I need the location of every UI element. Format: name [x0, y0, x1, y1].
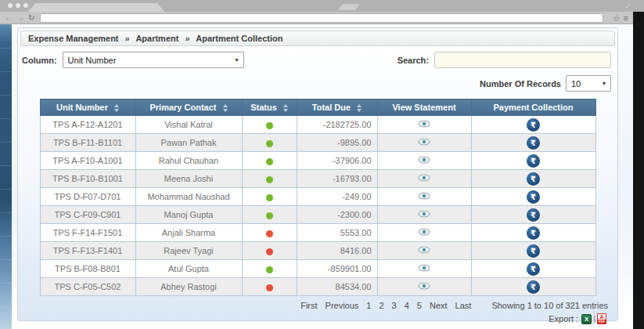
pagination-link[interactable]: Next	[430, 301, 448, 310]
sort-icon[interactable]	[223, 104, 228, 112]
pagination-bar: FirstPrevious12345NextLast Showing 1 to …	[18, 301, 608, 310]
status-dot-icon	[266, 176, 273, 183]
records-select[interactable]: 10 ▾	[566, 75, 611, 92]
table-body: TPS A-F12-A1201 Vishal Katral -2182725.0…	[40, 116, 595, 296]
rupee-icon[interactable]: ₹	[527, 172, 540, 186]
back-icon[interactable]: ←	[5, 13, 13, 24]
filter-controls: Column: Unit Number ▾ Search:	[22, 52, 611, 68]
primary-contact-cell: Atul Gupta	[135, 260, 242, 278]
primary-contact-cell: Pawan Pathak	[135, 134, 242, 152]
url-bar[interactable]	[40, 13, 603, 23]
header-label: View Statement	[392, 103, 455, 112]
header-total-due[interactable]: Total Due	[297, 99, 377, 116]
eye-icon[interactable]	[418, 264, 430, 272]
eye-icon[interactable]	[418, 246, 430, 254]
window-dot-icon[interactable]	[23, 3, 28, 8]
header-label: Unit Number	[56, 103, 108, 112]
status-cell	[242, 152, 297, 170]
pagination-link[interactable]: Previous	[326, 301, 359, 310]
pdf-export-icon[interactable]: A PDF	[597, 313, 606, 324]
eye-icon[interactable]	[418, 138, 430, 146]
table-row: TPS F-F14-F1501 Anjali Sharma 5553.00 ₹	[40, 224, 595, 242]
search-input[interactable]	[434, 52, 611, 68]
total-due-cell: 84534.00	[297, 278, 377, 296]
column-select[interactable]: Unit Number ▾	[63, 52, 244, 68]
payment-collection-cell: ₹	[471, 116, 595, 134]
rupee-icon[interactable]: ₹	[527, 190, 540, 204]
status-cell	[242, 260, 297, 278]
browser-tab[interactable]	[28, 3, 164, 12]
primary-contact-cell: Manoj Gupta	[135, 206, 242, 224]
sort-icon[interactable]	[114, 104, 119, 112]
eye-icon[interactable]	[418, 174, 430, 182]
pagination-link[interactable]: 5	[417, 301, 422, 310]
breadcrumb-item[interactable]: Expense Management	[28, 34, 119, 43]
header-payment-collection: Payment Collection	[471, 99, 595, 116]
sort-icon[interactable]	[283, 104, 288, 112]
search-label: Search:	[398, 56, 429, 65]
menu-icon[interactable]: ≡	[624, 13, 628, 24]
pagination-link[interactable]: 3	[392, 301, 397, 310]
rupee-icon[interactable]: ₹	[527, 136, 540, 150]
pagination-link[interactable]: Last	[455, 301, 472, 310]
total-due-cell: -859901.00	[297, 260, 377, 278]
window-dot-icon[interactable]	[8, 3, 13, 8]
primary-contact-cell: Anjali Sharma	[135, 224, 242, 242]
eye-icon[interactable]	[418, 192, 430, 200]
unit-number-cell: TPS D-F07-D701	[40, 188, 135, 206]
eye-icon[interactable]	[418, 120, 430, 128]
excel-export-icon[interactable]: X	[581, 314, 592, 324]
rupee-icon[interactable]: ₹	[527, 154, 540, 168]
export-row: Export : X | A PDF	[18, 313, 617, 324]
chevron-down-icon: ▾	[236, 56, 239, 63]
payment-collection-cell: ₹	[471, 206, 595, 224]
rupee-icon[interactable]: ₹	[527, 280, 540, 294]
pagination-link[interactable]: 1	[366, 301, 371, 310]
status-cell	[242, 134, 297, 152]
view-statement-cell	[377, 134, 471, 152]
new-tab-button[interactable]	[338, 4, 360, 10]
primary-contact-cell: Vishal Katral	[135, 116, 242, 134]
pagination-link[interactable]: First	[300, 301, 317, 310]
rupee-icon[interactable]: ₹	[527, 118, 540, 132]
unit-number-cell: TPS F-F13-F1401	[40, 242, 135, 260]
eye-icon[interactable]	[418, 228, 430, 236]
header-status[interactable]: Status	[242, 99, 297, 116]
header-primary-contact[interactable]: Primary Contact	[135, 99, 242, 116]
rupee-icon[interactable]: ₹	[527, 244, 540, 258]
rupee-icon[interactable]: ₹	[527, 226, 540, 240]
table-header-row: Unit Number Primary Contact Status Total…	[40, 99, 595, 116]
reload-icon[interactable]: ↻	[28, 13, 34, 24]
header-unit-number[interactable]: Unit Number	[40, 99, 135, 116]
primary-contact-cell: Rajeev Tyagi	[135, 242, 242, 260]
pagination-link[interactable]: 4	[405, 301, 409, 310]
eye-icon[interactable]	[418, 282, 430, 290]
rupee-icon[interactable]: ₹	[527, 208, 540, 222]
total-due-cell: 5553.00	[297, 224, 377, 242]
unit-number-cell: TPS B-F10-B1001	[40, 170, 135, 188]
sidebar-strip[interactable]	[0, 24, 12, 329]
rupee-icon[interactable]: ₹	[527, 262, 540, 276]
eye-icon[interactable]	[418, 210, 430, 218]
primary-contact-cell: Meena Joshi	[135, 170, 242, 188]
sort-icon[interactable]	[357, 104, 362, 112]
bookmark-star-icon[interactable]: ☆	[613, 13, 621, 24]
window-dot-icon[interactable]	[16, 3, 20, 8]
breadcrumb-item[interactable]: Apartment	[135, 34, 178, 43]
forward-icon[interactable]: →	[16, 13, 24, 24]
header-view-statement: View Statement	[377, 99, 471, 116]
view-statement-cell	[377, 206, 471, 224]
chevron-down-icon: ▾	[603, 80, 606, 87]
primary-contact-cell: Abhey Rastogi	[135, 278, 242, 296]
payment-collection-cell: ₹	[471, 278, 595, 296]
expand-icon[interactable]: ↔	[621, 0, 633, 11]
payment-collection-cell: ₹	[471, 260, 595, 278]
eye-icon[interactable]	[418, 156, 430, 164]
header-label: Payment Collection	[493, 103, 573, 112]
pagination-link[interactable]: 2	[379, 301, 383, 310]
status-dot-icon	[266, 158, 273, 165]
unit-number-cell: TPS C-F05-C502	[40, 278, 135, 296]
total-due-cell: -2300.00	[297, 206, 377, 224]
status-cell	[242, 242, 297, 260]
breadcrumb-item[interactable]: Apartment Collection	[196, 34, 282, 43]
